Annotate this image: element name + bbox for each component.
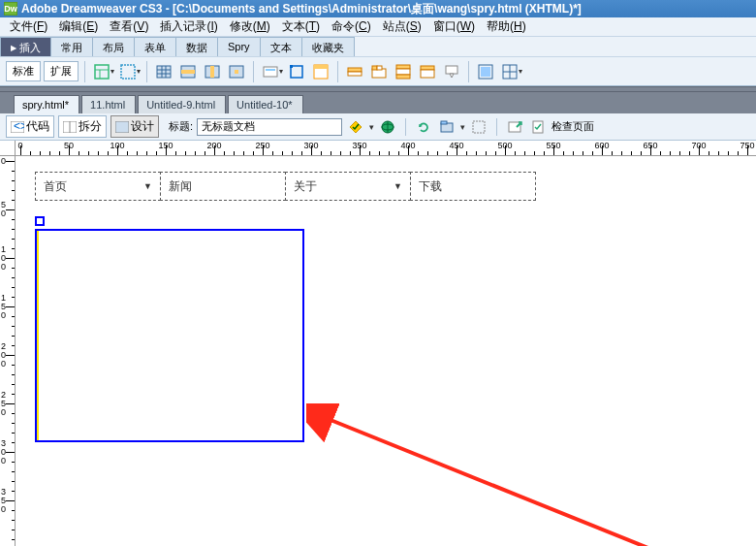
spry-menu-item-3[interactable]: 下载 [410,172,536,201]
document-toolbar: <>代码 拆分 设计 标题: ▾ ▾ 检查页面 [0,113,756,141]
svg-rect-29 [421,66,434,70]
svg-rect-16 [266,69,275,71]
menu-item-v[interactable]: 查看(V) [104,16,154,37]
insert-tab-6[interactable]: 文本 [260,37,302,56]
iframe-icon[interactable] [475,61,496,82]
menu-item-h[interactable]: 帮助(H) [481,16,532,37]
chevron-down-icon[interactable]: ▾ [137,67,141,76]
spry-panel-icon[interactable] [310,61,331,82]
svg-rect-4 [157,66,171,78]
chevron-down-icon[interactable]: ▾ [279,67,283,76]
split-view-button[interactable]: 拆分 [58,115,107,138]
code-view-button[interactable]: <>代码 [6,115,54,138]
div-icon[interactable] [117,61,139,82]
chevron-down-icon: ▼ [143,181,152,191]
layout-icon[interactable] [91,61,112,82]
horizontal-ruler: 0501001502002503003504004505005506006507… [16,141,756,156]
canvas-area: 0501001502002503003504004505005506006507… [0,141,756,546]
selection-edge [37,231,39,440]
svg-rect-30 [421,70,434,78]
separator [84,61,85,82]
check-page-label[interactable]: 检查页面 [551,119,594,134]
svg-rect-12 [210,66,214,78]
separator [146,61,147,82]
table-cell-icon[interactable] [226,61,247,82]
document-tab-0[interactable]: spry.html* [14,95,79,113]
chevron-down-icon[interactable]: ▾ [519,67,522,76]
menu-bar: 文件(F)编辑(E)查看(V)插入记录(I)修改(M)文本(T)命令(C)站点(… [0,17,756,37]
spry-menu-bar[interactable]: 首页▼新闻关于▼下载 [35,172,535,201]
insert-tab-0[interactable]: ▶插入 [0,37,51,56]
chevron-down-icon: ▼ [394,181,402,191]
expand-button[interactable]: 扩展 [44,61,79,81]
svg-rect-41 [115,121,129,133]
svg-rect-14 [235,70,238,74]
title-text: Adobe Dreamweaver CS3 - [C:\Documents an… [21,0,582,17]
svg-rect-28 [396,75,410,79]
document-tab-2[interactable]: Untitled-9.html [138,95,226,113]
title-input[interactable] [197,118,342,136]
insert-tab-1[interactable]: 常用 [50,37,93,56]
check-page-icon[interactable] [528,117,548,137]
design-canvas[interactable]: 首页▼新闻关于▼下载 [16,156,756,546]
table-insert-icon[interactable] [153,61,174,82]
widget-handle[interactable] [35,216,45,226]
frames-icon[interactable] [499,61,520,82]
menu-item-e[interactable]: 编辑(E) [53,16,104,37]
file-management-icon[interactable] [437,117,457,137]
validate-icon[interactable] [346,117,365,137]
app-logo: Dw [4,2,17,16]
menu-item-m[interactable]: 修改(M) [224,16,276,37]
spry-menu-item-1[interactable]: 新闻 [160,172,286,201]
spry-menu-item-0[interactable]: 首页▼ [35,172,161,201]
menu-item-i[interactable]: 插入记录(I) [154,16,223,37]
separator [253,61,254,82]
spry-tabbed-panel[interactable] [35,229,304,442]
svg-rect-26 [396,65,410,69]
svg-text:<>: <> [14,121,24,133]
menu-item-f[interactable]: 文件(F) [4,16,53,37]
chevron-down-icon[interactable]: ▾ [110,67,114,76]
insert-toolbar: 标准 扩展 ▾ ▾ ▾ ▾ [0,56,756,85]
spry-menu-item-2[interactable]: 关于▼ [285,172,411,201]
title-label: 标题: [169,119,193,134]
design-view-button[interactable]: 设计 [110,115,159,138]
vertical-ruler: 050100150200250300350 [0,156,16,546]
spry-accordion-icon[interactable] [393,61,414,82]
svg-rect-27 [396,69,410,75]
document-tab-3[interactable]: Untitled-10* [228,95,302,113]
insert-tab-4[interactable]: 数据 [175,37,218,56]
insert-tab-5[interactable]: Spry [217,37,261,56]
standard-button[interactable]: 标准 [6,61,41,81]
browser-preview-icon[interactable] [378,117,397,137]
separator [337,61,338,82]
svg-rect-33 [481,67,490,77]
refresh-icon[interactable] [414,117,433,137]
chevron-down-icon[interactable]: ▾ [369,122,374,132]
menu-item-w[interactable]: 窗口(W) [427,16,481,37]
chevron-down-icon[interactable]: ▾ [460,122,465,132]
browser-check-icon[interactable] [505,117,524,137]
ruler-corner [0,141,16,156]
insert-tab-2[interactable]: 布局 [92,37,135,56]
table-col-icon[interactable] [202,61,223,82]
table-row-icon[interactable] [177,61,199,82]
visual-aids-icon[interactable] [469,117,488,137]
menu-item-t[interactable]: 文本(T) [276,16,326,37]
document-tab-1[interactable]: 11.html [81,95,136,113]
svg-rect-21 [348,68,362,72]
spry-collapsible-icon[interactable] [417,61,438,82]
svg-rect-10 [181,70,195,74]
spry-tabbed-icon[interactable] [368,61,390,82]
svg-rect-18 [290,65,293,68]
menu-item-s[interactable]: 站点(S) [377,16,427,37]
svg-rect-22 [348,72,362,76]
spry-menubar-icon[interactable] [344,61,365,82]
form-icon[interactable] [260,61,281,82]
svg-rect-24 [372,66,377,70]
insert-tab-7[interactable]: 收藏夹 [301,37,355,56]
menu-item-c[interactable]: 命令(C) [326,16,377,37]
spry-tooltip-icon[interactable] [441,61,462,82]
ap-div-icon[interactable] [286,61,307,82]
insert-tab-3[interactable]: 表单 [134,37,176,56]
